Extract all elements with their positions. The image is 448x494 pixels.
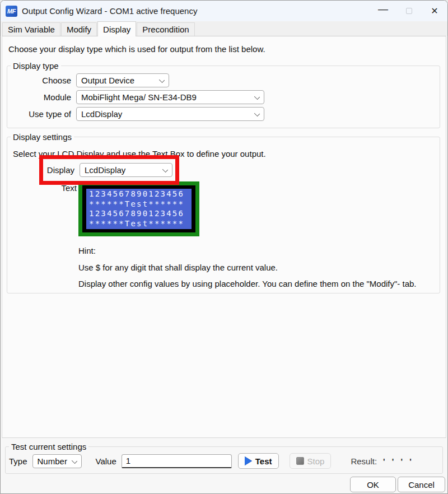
window-title: Output Config Wizard - COM1 active frequ…	[22, 6, 370, 16]
app-icon-text: MF	[7, 8, 16, 15]
type-label: Type	[9, 456, 27, 466]
red-highlight-box: Display LcdDisplay	[39, 155, 179, 185]
cancel-button[interactable]: Cancel	[398, 477, 445, 492]
ok-button[interactable]: OK	[350, 477, 396, 492]
choose-value: Output Device	[81, 76, 156, 85]
maximize-button	[396, 1, 422, 21]
maximize-icon	[406, 8, 412, 14]
tab-strip: Sim Variable Modify Display Precondition	[1, 21, 447, 36]
lcd-line: ******Test******	[89, 219, 189, 229]
stop-button: Stop	[290, 453, 332, 469]
module-row: Module MobiFlight Mega/ SN-E34-DB9	[7, 90, 440, 104]
window-controls: — ✕	[370, 1, 447, 21]
test-settings-group-title: Test current settings	[9, 442, 88, 451]
intro-text: Choose your display type which is used f…	[8, 44, 265, 54]
module-value: MobiFlight Mega/ SN-E34-DB9	[81, 92, 251, 102]
stop-icon	[296, 457, 304, 465]
titlebar: MF Output Config Wizard - COM1 active fr…	[1, 1, 447, 21]
lcd-preview[interactable]: 1234567890123456******Test******12345678…	[78, 181, 199, 236]
test-row: Type Number Value Test Stop Result: ' ' …	[6, 451, 442, 469]
use-type-row: Use type of LcdDisplay	[7, 107, 440, 121]
play-icon	[245, 456, 252, 465]
choose-select[interactable]: Output Device	[76, 73, 169, 87]
module-select[interactable]: MobiFlight Mega/ SN-E34-DB9	[76, 90, 264, 104]
chevron-down-icon	[162, 167, 167, 173]
tab-display[interactable]: Display	[97, 21, 136, 36]
use-type-label: Use type of	[7, 109, 76, 119]
display-select[interactable]: LcdDisplay	[80, 163, 172, 177]
chevron-down-icon	[254, 95, 259, 100]
hint-line-2: Display other config values by using pla…	[78, 279, 417, 288]
value-label: Value	[96, 456, 116, 466]
test-button-label: Test	[255, 456, 272, 466]
mobiflight-app-icon: MF	[6, 6, 17, 17]
test-settings-group: Test current settings Type Number Value …	[5, 442, 443, 474]
display-label: Display	[46, 165, 80, 175]
module-label: Module	[7, 92, 76, 102]
chevron-down-icon	[72, 459, 77, 464]
test-button[interactable]: Test	[238, 453, 279, 469]
output-config-wizard-window: MF Output Config Wizard - COM1 active fr…	[0, 0, 448, 494]
choose-label: Choose	[7, 76, 76, 85]
use-type-value: LcdDisplay	[81, 109, 251, 119]
lcd-line: 1234567890123456	[89, 209, 189, 219]
close-icon: ✕	[431, 6, 438, 16]
type-select[interactable]: Number	[32, 454, 82, 468]
display-tab-page: Choose your display type which is used f…	[2, 36, 446, 438]
chevron-down-icon	[159, 78, 164, 83]
bottom-bar: Test current settings Type Number Value …	[1, 438, 447, 494]
display-value: LcdDisplay	[85, 165, 159, 175]
chevron-down-icon	[254, 111, 259, 116]
use-type-select[interactable]: LcdDisplay	[76, 107, 264, 121]
tab-sim-variable[interactable]: Sim Variable	[2, 22, 60, 36]
hint-title: Hint:	[78, 246, 96, 255]
cancel-button-label: Cancel	[408, 480, 435, 490]
stop-button-label: Stop	[307, 456, 325, 466]
display-type-group: Display type Choose Output Device Module…	[7, 61, 440, 128]
display-settings-group-title: Display settings	[11, 132, 74, 142]
lcd-screen: 1234567890123456******Test******12345678…	[86, 189, 192, 229]
minimize-icon: —	[378, 3, 388, 15]
ok-button-label: OK	[367, 480, 379, 490]
close-button[interactable]: ✕	[422, 1, 447, 21]
display-row: Display LcdDisplay	[43, 163, 175, 177]
display-type-group-title: Display type	[11, 61, 61, 71]
result-label: Result:	[351, 456, 377, 466]
tab-precondition[interactable]: Precondition	[137, 22, 194, 36]
lcd-line: 1234567890123456	[89, 189, 189, 199]
tab-modify[interactable]: Modify	[61, 22, 97, 36]
choose-row: Choose Output Device	[7, 73, 440, 87]
hint-line-1: Use $ for any digit that shall display t…	[78, 263, 278, 272]
minimize-button[interactable]: —	[370, 1, 396, 21]
result-value: ' ' ' '	[383, 456, 414, 466]
value-input[interactable]	[122, 454, 232, 468]
type-value: Number	[38, 456, 68, 466]
lcd-line: ******Test******	[89, 199, 189, 209]
